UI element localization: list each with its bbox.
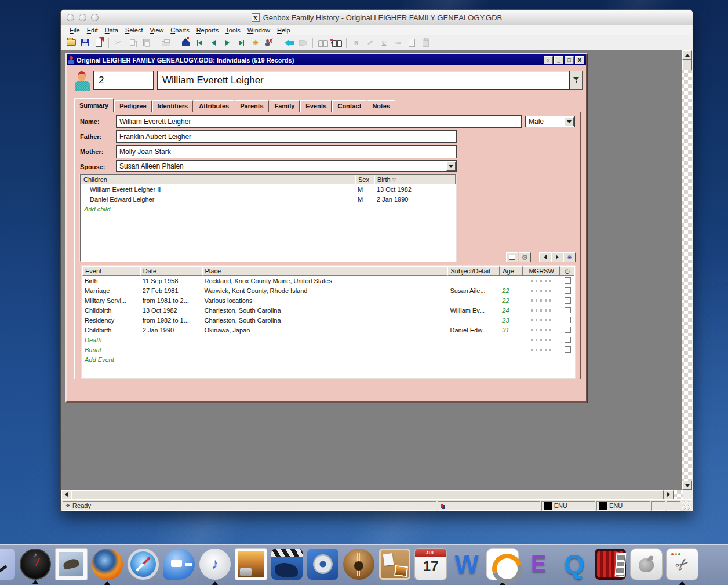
birth-column-header[interactable]: Birth▽ <box>374 175 456 184</box>
dock-photobooth-icon[interactable] <box>595 549 626 580</box>
children-column-header[interactable]: Children <box>81 175 355 184</box>
previous-record-button[interactable] <box>207 36 220 49</box>
minimize-button[interactable]: _ <box>554 56 563 64</box>
menu-tools[interactable]: Tools <box>222 26 244 34</box>
dock-safari-icon[interactable] <box>128 549 159 580</box>
add-event-row[interactable]: Add Event <box>82 354 574 364</box>
checkbox[interactable] <box>565 277 571 284</box>
dock-finder-icon[interactable] <box>0 549 15 580</box>
record-name-combo[interactable]: William Everett Leigher <box>157 71 570 90</box>
horizontal-scrollbar[interactable] <box>61 490 683 499</box>
back-button[interactable] <box>282 36 296 49</box>
record-id-input[interactable]: 2 <box>93 71 154 90</box>
mgrsw-column-header[interactable]: MGRSW <box>523 266 560 276</box>
add-child-link[interactable]: Add child <box>81 206 112 213</box>
menu-edit[interactable]: Edit <box>83 26 101 34</box>
dock-ical-icon[interactable]: JUL 17 <box>415 549 446 580</box>
tab-attributes[interactable]: Attributes <box>194 100 234 112</box>
age-column-header[interactable]: Age <box>500 266 523 276</box>
dock-entourage-icon[interactable]: E <box>523 549 554 580</box>
event-row[interactable]: Childbirth 13 Oct 1982 Charleston, South… <box>82 305 574 315</box>
copy-button[interactable] <box>126 36 139 49</box>
document-button[interactable] <box>405 36 418 49</box>
scroll-left-button[interactable] <box>61 490 71 499</box>
scroll-down-button[interactable] <box>682 481 692 490</box>
menu-window[interactable]: Window <box>244 26 274 34</box>
event-row[interactable]: Military Servi... from 1981 to 2... Vari… <box>82 295 574 305</box>
italic-button[interactable] <box>363 36 377 49</box>
checkbox[interactable] <box>565 307 571 313</box>
menu-data[interactable]: Data <box>101 26 122 34</box>
dock-mail-icon[interactable] <box>56 549 87 580</box>
dropdown-button[interactable] <box>446 162 456 171</box>
vertical-scroll-thumb[interactable] <box>682 60 692 70</box>
dock-frontrow-icon[interactable] <box>631 549 662 580</box>
find-person-button[interactable] <box>330 36 343 49</box>
checkbox[interactable] <box>565 327 571 333</box>
book-view-button[interactable] <box>506 252 518 262</box>
underline-button[interactable]: U <box>377 36 391 49</box>
find-button[interactable] <box>316 36 329 49</box>
event-column-header[interactable]: Event <box>82 266 140 276</box>
resize-grip[interactable] <box>682 501 691 510</box>
dock-iphoto-icon[interactable] <box>235 549 267 580</box>
last-record-button[interactable] <box>235 36 248 49</box>
forward-button[interactable] <box>296 36 310 49</box>
date-column-header[interactable]: Date <box>140 266 202 276</box>
close-button[interactable]: X <box>575 56 584 64</box>
checkbox[interactable] <box>565 317 571 323</box>
name-input[interactable]: William Everett Leigher <box>116 115 522 128</box>
event-placeholder-row[interactable]: Burial <box>82 345 574 354</box>
individuals-titlebar[interactable]: Original LEIGHER FAMILY GENEALOGY.GDB: I… <box>67 54 586 65</box>
properties-button[interactable] <box>92 36 105 49</box>
minimize-traffic-light[interactable] <box>79 14 86 21</box>
dock-crossover-icon[interactable] <box>487 549 518 580</box>
event-row[interactable]: Marriage 27 Feb 1981 Warwick, Kent Count… <box>82 286 574 295</box>
delete-record-button[interactable] <box>263 36 276 49</box>
new-record-button[interactable]: ✳ <box>249 36 262 49</box>
tab-notes[interactable]: Notes <box>367 100 395 112</box>
checkbox[interactable] <box>565 337 571 343</box>
scroll-right-button[interactable] <box>664 490 674 499</box>
clipboard-button[interactable] <box>419 36 432 49</box>
keyboard-layout-panel[interactable]: ENU <box>541 501 595 511</box>
paste-button[interactable] <box>140 36 153 49</box>
menu-help[interactable]: Help <box>274 26 294 34</box>
event-row[interactable]: Childbirth 2 Jan 1990 Okinawa, Japan Dan… <box>82 325 574 335</box>
zoom-traffic-light[interactable] <box>91 14 99 21</box>
sex-column-header[interactable]: Sex <box>355 175 374 184</box>
add-child-row[interactable]: Add child <box>81 204 456 214</box>
mac-titlebar[interactable]: X Genbox Family History - Original LEIGH… <box>61 10 693 25</box>
new-family-button[interactable]: ✳ <box>563 252 576 262</box>
target-view-button[interactable] <box>519 252 531 262</box>
vertical-scrollbar[interactable] <box>682 50 692 490</box>
context-help-button[interactable]: x <box>544 56 553 64</box>
maximize-button[interactable]: □ <box>565 56 574 64</box>
dock-grab-icon[interactable]: ✂ <box>667 549 698 580</box>
add-event-link[interactable]: Add Event <box>82 356 117 363</box>
mother-input[interactable]: Molly Joan Stark <box>116 145 457 158</box>
dock-iweb-icon[interactable] <box>379 549 410 580</box>
dock-word-icon[interactable]: W <box>451 549 482 580</box>
bold-button[interactable]: B <box>350 36 363 49</box>
menu-charts[interactable]: Charts <box>167 26 192 34</box>
next-family-button[interactable] <box>551 252 563 262</box>
menu-reports[interactable]: Reports <box>193 26 223 34</box>
dock-garageband-icon[interactable] <box>343 549 374 580</box>
tab-parents[interactable]: Parents <box>235 100 268 112</box>
name-filter-button[interactable] <box>570 71 583 90</box>
dock-ichat-icon[interactable] <box>163 549 195 580</box>
child-row[interactable]: William Everett Leigher II M 13 Oct 1982 <box>81 184 456 194</box>
checkbox[interactable] <box>565 297 571 304</box>
event-row[interactable]: Residency from 1982 to 1... Charleston, … <box>82 315 574 325</box>
spouse-select[interactable]: Susan Aileen Phalen <box>116 160 457 172</box>
checkbox[interactable] <box>565 287 571 294</box>
dropdown-button[interactable] <box>565 117 574 126</box>
child-row[interactable]: Daniel Edward Leigher M 2 Jan 1990 <box>81 194 456 204</box>
save-button[interactable] <box>78 36 92 49</box>
tab-identifiers[interactable]: Identifiers <box>152 100 194 112</box>
tab-events[interactable]: Events <box>300 100 332 112</box>
abbreviation-button[interactable]: Abc <box>391 36 405 49</box>
first-record-button[interactable] <box>193 36 206 49</box>
dock-dashboard-icon[interactable] <box>20 549 51 580</box>
